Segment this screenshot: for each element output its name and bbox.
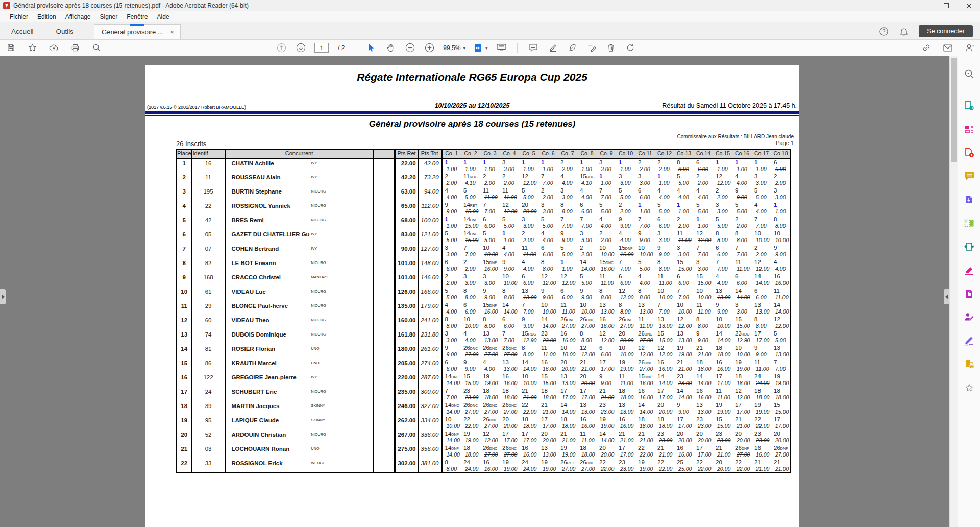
request-signatures-icon[interactable] (962, 333, 977, 348)
export-pdf-icon[interactable] (962, 98, 977, 113)
edit-note-icon[interactable] (586, 42, 597, 54)
zoom-level-dropdown[interactable]: 99,5% ▾ (443, 44, 465, 52)
menu-item[interactable]: Signer (95, 12, 122, 22)
mail-icon[interactable] (942, 42, 953, 54)
send-for-review-icon[interactable] (962, 356, 977, 372)
race-result-cell: 1111.00 (597, 273, 616, 287)
race-result-cell: 2222.00 (519, 401, 538, 416)
race-result-cell: 44.00 (655, 187, 674, 201)
race-result-cell: 1313.00 (694, 401, 713, 416)
link-icon[interactable] (921, 42, 932, 54)
select-cursor-icon[interactable] (365, 42, 377, 54)
page-down-icon[interactable] (295, 42, 306, 54)
create-pdf-icon[interactable] (962, 145, 977, 160)
race-result-cell: 1414.00 (713, 330, 732, 344)
vertical-scrollbar[interactable] (949, 56, 958, 527)
scrollbar-thumb[interactable] (951, 58, 957, 162)
race-result-cell: 1616.00 (713, 358, 732, 373)
protect-icon[interactable] (962, 286, 977, 301)
comment-icon[interactable] (528, 42, 539, 54)
race-result-cell: 88.00 (655, 258, 674, 273)
sail-number-cell: 60 (191, 316, 225, 330)
document-area[interactable]: Régate Internationale RG65 Europa Cup 20… (0, 56, 949, 527)
page-fit-dropdown[interactable]: ▾ (474, 43, 488, 53)
menu-item[interactable]: Fenêtre (122, 12, 152, 22)
maximize-button[interactable] (935, 0, 958, 11)
spacer-cell (373, 444, 395, 459)
spacer-cell (373, 187, 395, 201)
race-result-cell: 66.00 (480, 215, 500, 230)
highlight-icon[interactable] (547, 42, 558, 54)
menu-item[interactable]: Affichage (61, 12, 95, 22)
find-text-icon[interactable] (962, 66, 977, 82)
refresh-icon[interactable] (625, 42, 636, 54)
pdf-page: Régate Internationale RG65 Europa Cup 20… (145, 65, 799, 527)
race-result-cell: 2020.00 (558, 358, 577, 373)
tab-home[interactable]: Accueil (0, 23, 45, 39)
race-result-cell: 1616.00 (616, 416, 635, 430)
close-button[interactable] (958, 0, 980, 11)
col-header-race: Co.10 (616, 150, 635, 158)
zoom-out-icon[interactable] (404, 42, 415, 54)
redact-icon[interactable] (962, 262, 977, 278)
menu-item[interactable]: Edition (33, 12, 61, 22)
sign-quill-icon[interactable] (567, 42, 578, 54)
sail-number-cell: 86 (191, 358, 225, 373)
organize-pages-icon[interactable] (962, 215, 977, 231)
compress-pdf-icon[interactable] (962, 239, 977, 254)
zoom-in-icon[interactable] (424, 42, 435, 54)
race-result-cell: 2323.00 (461, 387, 480, 401)
help-icon[interactable]: ? (878, 26, 889, 37)
page-up-icon[interactable] (276, 42, 287, 54)
race-result-cell: 1414.00 (519, 358, 538, 373)
race-result-cell: 1010.00 (694, 287, 713, 301)
page-number-input[interactable] (314, 43, 329, 53)
race-result-cell: 26DNC27.00 (480, 344, 500, 358)
spacer-cell (373, 258, 395, 273)
more-tools-icon[interactable] (962, 380, 977, 395)
cloud-upload-icon[interactable] (48, 42, 59, 54)
notifications-bell-icon[interactable] (898, 26, 910, 37)
race-result-cell: 1616.00 (771, 273, 791, 287)
save-icon[interactable] (5, 42, 16, 54)
race-result-cell: 55.00 (519, 187, 538, 201)
race-result-cell: 11.00 (616, 158, 635, 173)
race-result-cell: 2121.00 (616, 430, 635, 444)
rank-cell: 9 (177, 273, 191, 287)
race-result-cell: 1212.00 (616, 287, 635, 301)
hand-tool-icon[interactable] (385, 42, 396, 54)
race-result-cell: 1919.00 (635, 459, 655, 473)
race-result-cell: 22.00 (480, 173, 500, 187)
minimize-button[interactable] (913, 0, 935, 11)
person-add-icon[interactable] (964, 42, 975, 54)
race-result-cell: 44.00 (577, 187, 597, 201)
left-panel-toggle[interactable] (0, 289, 6, 304)
sign-in-button[interactable]: Se connecter (919, 25, 973, 37)
print-icon[interactable] (69, 42, 81, 54)
race-result-cell: 11.00 (655, 173, 674, 187)
race-result-cell: 1414.00 (655, 373, 674, 387)
tab-close-icon[interactable]: × (170, 29, 174, 36)
fill-sign-icon[interactable] (962, 309, 977, 325)
race-result-cell: 66.00 (655, 215, 674, 230)
race-result-cell: 1717.00 (597, 358, 616, 373)
race-result-cell: 1212.00 (752, 258, 771, 273)
race-result-cell: 1818.00 (713, 344, 732, 358)
race-result-cell: 55.00 (694, 201, 713, 215)
trash-icon[interactable] (605, 42, 617, 54)
combine-files-icon[interactable] (962, 192, 977, 207)
points-total-cell: 287.00 (418, 373, 442, 387)
star-icon[interactable] (27, 42, 38, 54)
menu-item[interactable]: Fichier (5, 12, 33, 22)
tab-tools[interactable]: Outils (45, 23, 85, 39)
race-result-cell: 66.00 (752, 287, 771, 301)
search-icon[interactable] (91, 42, 102, 54)
race-result-cell: 55.00 (500, 215, 519, 230)
reading-mode-icon[interactable] (496, 42, 507, 54)
race-result-cell: 99.00 (694, 330, 713, 344)
edit-pdf-icon[interactable] (962, 122, 977, 137)
right-panel-toggle[interactable] (944, 289, 949, 304)
tab-document[interactable]: Général provisoire ... × (94, 24, 181, 39)
comment-tool-icon[interactable] (962, 169, 977, 184)
menu-item[interactable]: Aide (153, 12, 174, 22)
